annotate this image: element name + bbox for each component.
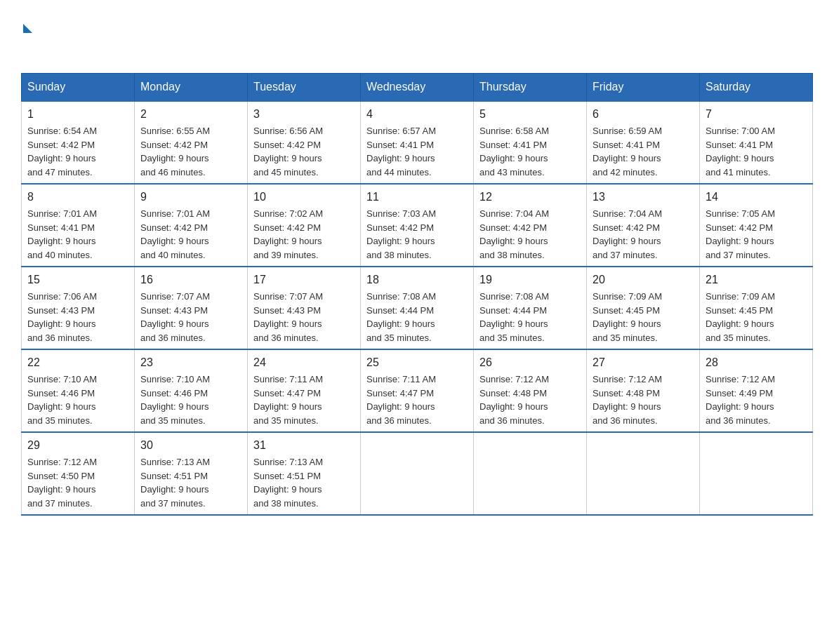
calendar-day-cell: 12Sunrise: 7:04 AMSunset: 4:42 PMDayligh… [474, 184, 587, 267]
day-number: 26 [479, 354, 581, 371]
day-number: 15 [27, 271, 128, 288]
day-info: Sunrise: 7:13 AMSunset: 4:51 PMDaylight:… [253, 457, 323, 509]
calendar-day-cell: 17Sunrise: 7:07 AMSunset: 4:43 PMDayligh… [248, 267, 361, 349]
day-info: Sunrise: 7:05 AMSunset: 4:42 PMDaylight:… [706, 208, 775, 260]
header-tuesday: Tuesday [248, 74, 361, 102]
calendar-day-cell: 28Sunrise: 7:12 AMSunset: 4:49 PMDayligh… [700, 349, 813, 432]
day-number: 17 [253, 271, 355, 288]
day-info: Sunrise: 7:11 AMSunset: 4:47 PMDaylight:… [366, 374, 436, 426]
calendar-day-cell [474, 432, 587, 515]
day-info: Sunrise: 7:12 AMSunset: 4:48 PMDaylight:… [479, 374, 549, 426]
calendar-table: SundayMondayTuesdayWednesdayThursdayFrid… [21, 73, 813, 516]
day-info: Sunrise: 7:01 AMSunset: 4:42 PMDaylight:… [140, 208, 210, 260]
calendar-day-cell: 23Sunrise: 7:10 AMSunset: 4:46 PMDayligh… [135, 349, 248, 432]
calendar-day-cell: 18Sunrise: 7:08 AMSunset: 4:44 PMDayligh… [361, 267, 474, 349]
calendar-day-cell: 22Sunrise: 7:10 AMSunset: 4:46 PMDayligh… [22, 349, 135, 432]
calendar-week-row: 29Sunrise: 7:12 AMSunset: 4:50 PMDayligh… [22, 432, 813, 515]
header-friday: Friday [587, 74, 700, 102]
day-info: Sunrise: 6:55 AMSunset: 4:42 PMDaylight:… [140, 126, 210, 177]
day-number: 4 [366, 106, 468, 123]
day-number: 18 [366, 271, 468, 288]
calendar-day-cell: 26Sunrise: 7:12 AMSunset: 4:48 PMDayligh… [474, 349, 587, 432]
day-info: Sunrise: 7:04 AMSunset: 4:42 PMDaylight:… [593, 208, 662, 260]
calendar-day-cell: 3Sunrise: 6:56 AMSunset: 4:42 PMDaylight… [248, 101, 361, 184]
calendar-day-cell: 21Sunrise: 7:09 AMSunset: 4:45 PMDayligh… [700, 267, 813, 349]
calendar-day-cell: 1Sunrise: 6:54 AMSunset: 4:42 PMDaylight… [22, 101, 135, 184]
calendar-day-cell: 10Sunrise: 7:02 AMSunset: 4:42 PMDayligh… [248, 184, 361, 267]
day-info: Sunrise: 7:12 AMSunset: 4:49 PMDaylight:… [706, 374, 775, 426]
day-number: 5 [479, 106, 581, 123]
calendar-day-cell: 29Sunrise: 7:12 AMSunset: 4:50 PMDayligh… [22, 432, 135, 515]
day-info: Sunrise: 7:11 AMSunset: 4:47 PMDaylight:… [253, 374, 323, 426]
day-info: Sunrise: 6:57 AMSunset: 4:41 PMDaylight:… [366, 126, 436, 177]
day-info: Sunrise: 7:10 AMSunset: 4:46 PMDaylight:… [140, 374, 210, 426]
calendar-day-cell: 7Sunrise: 7:00 AMSunset: 4:41 PMDaylight… [700, 101, 813, 184]
day-info: Sunrise: 7:13 AMSunset: 4:51 PMDaylight:… [140, 457, 210, 509]
day-info: Sunrise: 7:09 AMSunset: 4:45 PMDaylight:… [706, 291, 775, 343]
calendar-day-cell: 8Sunrise: 7:01 AMSunset: 4:41 PMDaylight… [22, 184, 135, 267]
calendar-day-cell [700, 432, 813, 515]
day-number: 22 [27, 354, 128, 371]
day-number: 28 [706, 354, 807, 371]
day-info: Sunrise: 6:58 AMSunset: 4:41 PMDaylight:… [479, 126, 549, 177]
header-saturday: Saturday [700, 74, 813, 102]
calendar-day-cell: 13Sunrise: 7:04 AMSunset: 4:42 PMDayligh… [587, 184, 700, 267]
calendar-day-cell: 9Sunrise: 7:01 AMSunset: 4:42 PMDaylight… [135, 184, 248, 267]
day-number: 27 [593, 354, 694, 371]
calendar-day-cell: 24Sunrise: 7:11 AMSunset: 4:47 PMDayligh… [248, 349, 361, 432]
calendar-header-row: SundayMondayTuesdayWednesdayThursdayFrid… [22, 74, 813, 102]
day-number: 7 [706, 106, 807, 123]
calendar-day-cell: 4Sunrise: 6:57 AMSunset: 4:41 PMDaylight… [361, 101, 474, 184]
day-number: 30 [140, 437, 241, 454]
calendar-day-cell: 20Sunrise: 7:09 AMSunset: 4:45 PMDayligh… [587, 267, 700, 349]
header-sunday: Sunday [22, 74, 135, 102]
day-number: 8 [27, 189, 128, 206]
calendar-day-cell: 19Sunrise: 7:08 AMSunset: 4:44 PMDayligh… [474, 267, 587, 349]
day-number: 13 [593, 189, 694, 206]
day-info: Sunrise: 7:00 AMSunset: 4:41 PMDaylight:… [706, 126, 775, 177]
header-thursday: Thursday [474, 74, 587, 102]
day-info: Sunrise: 7:12 AMSunset: 4:48 PMDaylight:… [593, 374, 662, 426]
day-info: Sunrise: 7:09 AMSunset: 4:45 PMDaylight:… [593, 291, 662, 343]
logo [21, 14, 32, 59]
page-header [21, 14, 813, 59]
day-number: 12 [479, 189, 581, 206]
calendar-day-cell: 30Sunrise: 7:13 AMSunset: 4:51 PMDayligh… [135, 432, 248, 515]
calendar-day-cell: 25Sunrise: 7:11 AMSunset: 4:47 PMDayligh… [361, 349, 474, 432]
day-info: Sunrise: 7:08 AMSunset: 4:44 PMDaylight:… [479, 291, 549, 343]
day-info: Sunrise: 7:02 AMSunset: 4:42 PMDaylight:… [253, 208, 323, 260]
day-info: Sunrise: 7:06 AMSunset: 4:43 PMDaylight:… [27, 291, 97, 343]
calendar-week-row: 8Sunrise: 7:01 AMSunset: 4:41 PMDaylight… [22, 184, 813, 267]
day-info: Sunrise: 7:07 AMSunset: 4:43 PMDaylight:… [140, 291, 210, 343]
calendar-day-cell [361, 432, 474, 515]
day-info: Sunrise: 7:10 AMSunset: 4:46 PMDaylight:… [27, 374, 97, 426]
day-number: 23 [140, 354, 241, 371]
header-wednesday: Wednesday [361, 74, 474, 102]
calendar-day-cell: 16Sunrise: 7:07 AMSunset: 4:43 PMDayligh… [135, 267, 248, 349]
day-number: 6 [593, 106, 694, 123]
day-number: 16 [140, 271, 241, 288]
day-number: 9 [140, 189, 241, 206]
calendar-day-cell: 6Sunrise: 6:59 AMSunset: 4:41 PMDaylight… [587, 101, 700, 184]
day-number: 1 [27, 106, 128, 123]
calendar-week-row: 1Sunrise: 6:54 AMSunset: 4:42 PMDaylight… [22, 101, 813, 184]
day-info: Sunrise: 7:12 AMSunset: 4:50 PMDaylight:… [27, 457, 97, 509]
day-info: Sunrise: 6:54 AMSunset: 4:42 PMDaylight:… [27, 126, 97, 177]
header-monday: Monday [135, 74, 248, 102]
calendar-week-row: 15Sunrise: 7:06 AMSunset: 4:43 PMDayligh… [22, 267, 813, 349]
calendar-day-cell: 2Sunrise: 6:55 AMSunset: 4:42 PMDaylight… [135, 101, 248, 184]
calendar-day-cell: 14Sunrise: 7:05 AMSunset: 4:42 PMDayligh… [700, 184, 813, 267]
day-number: 20 [593, 271, 694, 288]
day-info: Sunrise: 6:59 AMSunset: 4:41 PMDaylight:… [593, 126, 662, 177]
day-number: 3 [253, 106, 355, 123]
calendar-day-cell: 11Sunrise: 7:03 AMSunset: 4:42 PMDayligh… [361, 184, 474, 267]
day-number: 31 [253, 437, 355, 454]
day-info: Sunrise: 7:01 AMSunset: 4:41 PMDaylight:… [27, 208, 97, 260]
day-number: 2 [140, 106, 241, 123]
day-info: Sunrise: 7:03 AMSunset: 4:42 PMDaylight:… [366, 208, 436, 260]
day-number: 19 [479, 271, 581, 288]
calendar-day-cell: 15Sunrise: 7:06 AMSunset: 4:43 PMDayligh… [22, 267, 135, 349]
day-number: 29 [27, 437, 128, 454]
day-number: 14 [706, 189, 807, 206]
day-number: 11 [366, 189, 468, 206]
